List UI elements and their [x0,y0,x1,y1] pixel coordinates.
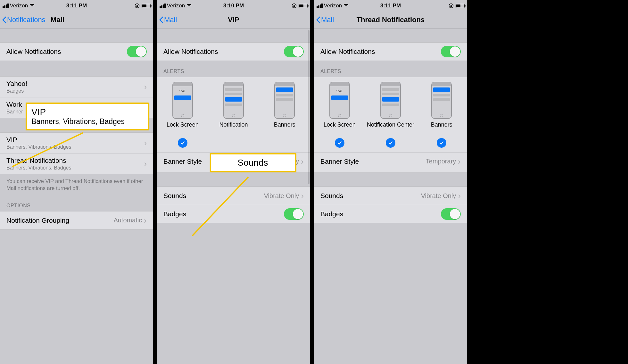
chevron-left-icon [2,16,6,23]
checkmark-icon [386,138,395,148]
back-label: Mail [321,16,334,24]
alerts-header: ALERTS [314,61,467,77]
status-bar: Verizon 3:11 PM [0,0,153,11]
alert-thumb-banner [274,82,295,119]
banner-style-label: Banner Style [163,158,202,165]
nav-bar: Notifications Mail [0,11,153,29]
page-title: Mail [51,16,64,24]
alert-label: Notification [210,121,258,136]
badges-toggle[interactable] [441,208,461,220]
orientation-lock-icon [135,3,140,8]
allow-label: Allow Notifications [163,48,218,55]
wifi-icon [29,4,35,8]
account-yahoo-row[interactable]: Yahoo! Badges › [0,77,153,97]
callout-pointer [10,131,90,170]
chevron-right-icon: › [301,157,304,166]
battery-icon [456,4,465,8]
allow-notifications-row: Allow Notifications [157,43,310,61]
callout-sub: Banners, Vibrations, Badges [31,117,143,126]
alert-thumb-nc [223,82,244,119]
alert-thumb-lock: 9:41 [329,82,350,119]
account-title: Yahoo! [6,80,27,87]
allow-notifications-toggle[interactable] [127,46,147,57]
wifi-icon [343,4,349,8]
chevron-right-icon: › [144,160,147,168]
sounds-label: Sounds [320,192,343,200]
banner-style-label: Banner Style [320,158,359,165]
chevron-left-icon [316,16,320,23]
alert-thumb-banner [431,82,452,119]
chevron-right-icon: › [458,157,461,166]
allow-notifications-toggle[interactable] [441,46,461,57]
allow-label: Allow Notifications [6,48,61,55]
sounds-label: Sounds [163,192,186,200]
alert-label: Lock Screen [159,121,207,136]
svg-line-1 [12,133,83,167]
allow-notifications-row: Allow Notifications [0,43,153,61]
chevron-right-icon: › [144,216,147,225]
callout-title: VIP [31,107,143,117]
chevron-right-icon: › [144,83,147,91]
carrier: Verizon [167,3,185,9]
scrollbar[interactable] [308,30,310,184]
battery-icon [142,4,151,8]
alert-thumb-lock: 9:41 [172,82,193,119]
vip-footer: You can receive VIP and Thread Notificat… [0,174,153,195]
grouping-label: Notification Grouping [6,217,69,224]
banner-style-value: Temporary [426,158,458,165]
status-bar: Verizon 3:10 PM [157,0,310,11]
alerts-header: ALERTS [157,61,310,77]
checkmark-icon [437,138,446,148]
screen-mail: Verizon 3:11 PM Notifications Mail Allow… [0,0,153,364]
nav-bar: Mail Thread Notifications [314,11,467,29]
badges-label: Badges [320,210,343,218]
alert-thumb-nc [380,82,401,119]
sounds-callout: Sounds [210,153,296,172]
badges-label: Badges [163,210,186,218]
sounds-value: Vibrate Only [421,192,458,200]
back-label: Mail [164,16,177,24]
signal-bars-icon [317,4,323,8]
alert-banners[interactable]: Banners [260,82,309,136]
signal-bars-icon [3,4,9,8]
alert-notification-center[interactable]: Notification Center [367,82,415,149]
alert-banners[interactable]: Banners [417,82,466,149]
badges-toggle[interactable] [284,208,304,220]
callout-pointer [186,175,256,239]
alert-notification-center[interactable]: Notification [210,82,258,136]
orientation-lock-icon [449,3,454,8]
alerts-group: 9:41 Lock Screen Notification Center [314,77,467,172]
account-sub: Banner [6,109,23,115]
page-title: Thread Notifications [314,16,467,24]
grouping-value: Automatic [113,217,144,224]
back-label: Notifications [7,16,45,24]
signal-bars-icon [160,4,166,8]
alert-label: Banners [260,121,309,136]
alert-label: Banners [417,121,466,136]
alert-label: Notification Center [367,121,415,136]
back-button[interactable]: Mail [159,16,177,24]
options-header: OPTIONS [0,195,153,211]
allow-notifications-row: Allow Notifications [314,43,467,61]
chevron-right-icon: › [458,192,461,200]
screen-thread: Verizon 3:11 PM Mail Thread Notification… [314,0,467,364]
account-title: Work [6,101,23,108]
chevron-right-icon: › [301,192,304,200]
carrier: Verizon [324,3,342,9]
checkmark-icon [335,138,344,148]
back-button[interactable]: Notifications [2,16,45,24]
screen-vip: Verizon 3:10 PM Mail VIP Allow Notificat… [157,0,310,364]
sounds-row[interactable]: Sounds Vibrate Only › [314,187,467,205]
alert-lock-screen[interactable]: 9:41 Lock Screen [316,82,364,149]
page-title: VIP [157,16,310,24]
vip-callout: VIP Banners, Vibrations, Badges [26,103,149,130]
chevron-right-icon: › [144,139,147,147]
battery-icon [299,4,308,8]
grouping-row[interactable]: Notification Grouping Automatic › [0,211,153,229]
carrier: Verizon [10,3,28,9]
wifi-icon [186,4,192,8]
banner-style-row[interactable]: Banner Style Temporary › [314,152,467,170]
back-button[interactable]: Mail [316,16,334,24]
allow-notifications-toggle[interactable] [284,46,304,57]
alert-lock-screen[interactable]: 9:41 Lock Screen [159,82,207,149]
